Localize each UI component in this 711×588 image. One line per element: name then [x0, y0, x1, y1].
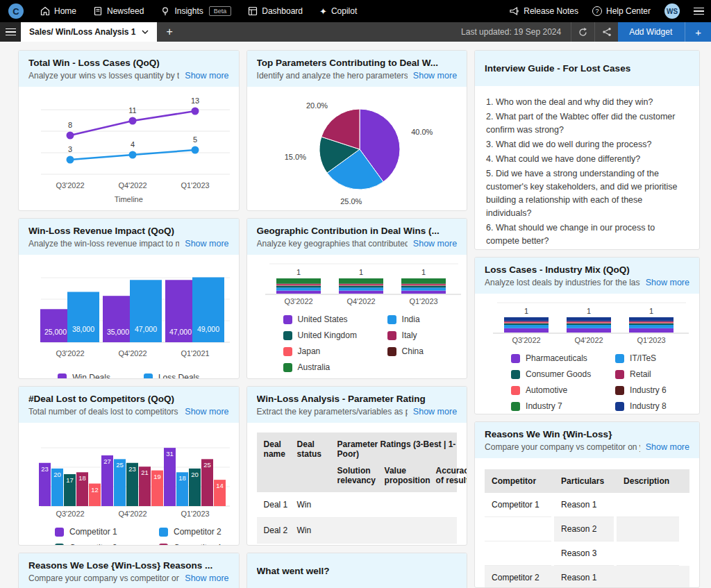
show-more-link[interactable]: Show more [185, 407, 228, 417]
svg-text:38,000: 38,000 [72, 325, 94, 333]
table-cell [617, 493, 679, 517]
nav-item-insights[interactable]: Insights Beta [160, 6, 231, 16]
table-cell: Win [297, 526, 337, 535]
legend-item: Win Deals [58, 373, 110, 378]
svg-text:Q1'2023: Q1'2023 [409, 297, 437, 305]
app-logo[interactable]: C [8, 3, 24, 19]
legend-item: Loss Deals [144, 373, 199, 378]
tab-sales-winloss-analysis[interactable]: Sales/ Win/Loss Analysis 1 [21, 22, 157, 42]
svg-text:Q4'2022: Q4'2022 [346, 297, 375, 305]
svg-text:4: 4 [131, 140, 135, 149]
table-cell: Win [297, 500, 337, 510]
svg-text:47,000: 47,000 [169, 328, 192, 336]
svg-text:25,000: 25,000 [44, 328, 67, 336]
legend-item: IT/ITeS [615, 353, 699, 363]
pie-chart-body: 40.0%25.0%15.0%20.0%Solution relevancy40… [247, 87, 467, 210]
legend-swatch [511, 354, 520, 363]
widget-industry-mix: Loss Cases - Industry Mix (QoQ) Analyze … [474, 257, 700, 414]
legend-item: Automotive [511, 385, 615, 395]
table-cell [385, 500, 436, 510]
help-center-button[interactable]: ? Help Center [592, 6, 651, 16]
dashboard-page: C Home Newsfeed Insights Beta Dashboard … [0, 0, 711, 588]
legend-swatch [283, 363, 292, 372]
stacked-bar-chart: 1Q3'20221Q4'20221Q1'2023 [483, 299, 692, 345]
add-widget-button[interactable]: Add Widget + [618, 22, 711, 42]
legend-swatch [511, 402, 520, 411]
legend-swatch [387, 315, 396, 324]
release-notes-button[interactable]: Release Notes [509, 6, 578, 16]
show-more-link[interactable]: Show more [413, 71, 457, 81]
svg-text:1: 1 [421, 268, 425, 276]
legend-item: China [387, 346, 467, 356]
table-cell: Competitor 2 [485, 566, 551, 587]
svg-text:Q4'2022: Q4'2022 [118, 349, 147, 358]
svg-text:21: 21 [141, 469, 149, 476]
nav-item-newsfeed[interactable]: Newsfeed [93, 6, 144, 16]
legend-label: Pharmaceuticals [526, 353, 587, 363]
interview-guide-body: 1. Who won the deal and why did they win… [475, 86, 699, 249]
refresh-button[interactable] [571, 22, 594, 42]
legend-swatch [283, 331, 292, 340]
share-button[interactable] [594, 22, 618, 42]
widget-what-went-well: What went well? [246, 553, 468, 588]
svg-text:Q3'2022: Q3'2022 [512, 336, 540, 344]
legend-item: Competitor 4 [159, 543, 239, 545]
widget-subtitle: Identify and analyze the hero parameters… [257, 71, 408, 81]
legend-item: Industry 7 [511, 401, 615, 411]
show-more-link[interactable]: Show more [413, 407, 457, 417]
table-cell [385, 526, 436, 535]
nav-label: Home [54, 6, 76, 16]
show-more-link[interactable]: Show more [185, 239, 228, 249]
show-more-link[interactable]: Show more [185, 71, 228, 81]
widget-title: Win-Loss Revenue Impact (QoQ) [28, 226, 229, 236]
legend-item: Retail [615, 369, 699, 379]
table-cell: Reason 1 [554, 566, 614, 587]
legend-item: Italy [387, 330, 467, 340]
top-navigation-bar: C Home Newsfeed Insights Beta Dashboard … [0, 0, 711, 22]
show-more-link[interactable]: Show more [413, 239, 457, 249]
sidebar-toggle-button[interactable] [0, 22, 21, 42]
widget-subtitle: Analyze the win-loss revenue impact to m… [28, 239, 179, 249]
guide-line: 6. What should we change in our process … [486, 221, 688, 248]
svg-text:12: 12 [91, 486, 99, 494]
table-row: Competitor 1Reason 1 [485, 493, 689, 517]
reasons-table: CompetitorParticularsDescriptionCompetit… [485, 469, 689, 587]
menu-icon[interactable] [694, 8, 704, 15]
chart-legend: Competitor 1Competitor 2Competitor 3Comp… [55, 527, 231, 545]
svg-text:5: 5 [193, 135, 197, 144]
add-tab-button[interactable]: + [157, 26, 183, 38]
show-more-link[interactable]: Show more [185, 573, 228, 583]
svg-text:1: 1 [587, 307, 591, 315]
show-more-link[interactable]: Show more [646, 442, 689, 452]
table-cell: Deal 1 [264, 500, 297, 510]
widget-title: Top Parameters Contributing to Deal W... [257, 58, 458, 68]
legend-swatch [511, 386, 520, 395]
legend-label: Industry 8 [630, 401, 667, 411]
svg-text:23: 23 [128, 465, 136, 473]
parameter-rating-table: Deal nameDeal statusParameter Ratings (3… [257, 432, 458, 544]
widget-title: Geographic Contribution in Deal Wins (..… [257, 226, 458, 236]
table-row: Competitor 2Reason 1 [485, 566, 689, 587]
pie-chart: 40.0%25.0%15.0%20.0% [256, 92, 464, 206]
widget-geographic-contribution: Geographic Contribution in Deal Wins (..… [246, 218, 468, 379]
add-widget-plus-button[interactable]: + [685, 22, 711, 42]
table-cell [617, 566, 679, 587]
svg-text:Q3'2022: Q3'2022 [56, 349, 84, 358]
nav-item-copilot[interactable]: ✦ Copilot [319, 6, 357, 17]
widget-top-parameters: Top Parameters Contributing to Deal W...… [246, 50, 468, 211]
user-avatar[interactable]: WS [664, 3, 680, 19]
last-updated-text: Last updated: 19 Sep 2024 [461, 27, 561, 37]
legend-swatch [615, 386, 624, 395]
legend-label: Industry 6 [630, 385, 667, 395]
svg-text:35,000: 35,000 [107, 328, 129, 336]
nav-item-dashboard[interactable]: Dashboard [248, 6, 303, 16]
insights-icon [160, 6, 170, 16]
legend-label: China [402, 346, 424, 356]
sub-column-header: Value proposition [385, 466, 436, 485]
svg-text:Q3'2022: Q3'2022 [284, 297, 312, 305]
bar-chart: 25,00038,000Q3'202235,00047,000Q4'202247… [27, 260, 235, 363]
show-more-link[interactable]: Show more [646, 278, 689, 287]
widget-total-win-loss: Total Win - Loss Cases (QoQ) Analyze you… [18, 50, 240, 211]
nav-item-home[interactable]: Home [40, 6, 76, 16]
nav-label: Newsfeed [107, 6, 144, 16]
